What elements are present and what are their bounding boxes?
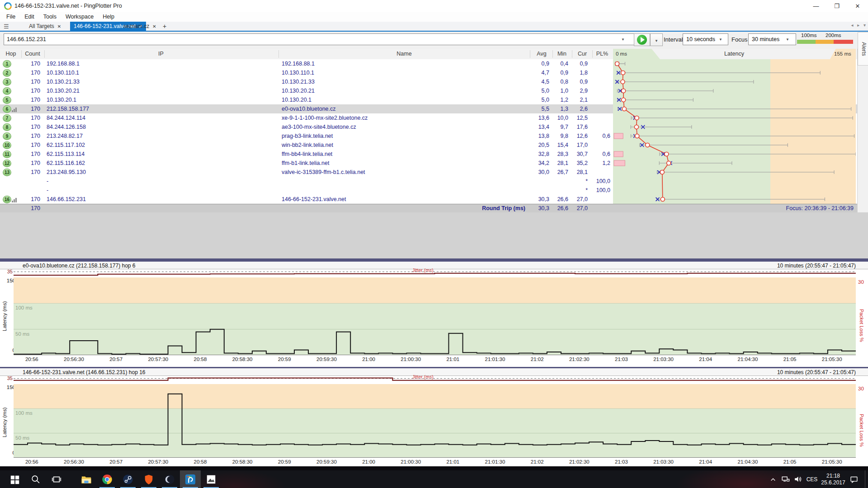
table-row[interactable]: 417010.130.20.2110.130.20.215,01,02,9 — [0, 86, 857, 95]
action-center-icon[interactable] — [847, 470, 861, 488]
col-avg[interactable]: Avg — [537, 51, 546, 57]
start-trace-button[interactable] — [634, 33, 650, 46]
show-desktop-button[interactable] — [865, 470, 868, 488]
cell-min: 26,6 — [550, 196, 568, 202]
minimize-button[interactable]: — — [806, 0, 826, 12]
table-row[interactable]: 6170212.158.158.177e0-ova10.bluetone.cz5… — [0, 104, 857, 113]
menu-tools[interactable]: Tools — [39, 12, 61, 21]
table-row[interactable]: 13170213.248.95.130valve-ic-315389-ffm-b… — [0, 168, 857, 177]
table-row[interactable]: 9170213.248.82.17prag-b3-link.telia.net1… — [0, 131, 857, 141]
alerts-side-tab[interactable]: Alerts — [858, 32, 868, 66]
menu-workspace[interactable]: Workspace — [61, 12, 98, 21]
network-icon[interactable] — [779, 470, 791, 488]
latency-scale-min: 0 ms — [616, 51, 627, 56]
tray-chevron-icon[interactable] — [768, 470, 778, 488]
menu-help[interactable]: Help — [98, 12, 119, 21]
cell-ip: 84.244.124.114 — [47, 115, 85, 121]
menu-file[interactable]: File — [2, 12, 20, 21]
graph2-x-axis: 20:5620:56:3020:5720:57:3020:5820:58:302… — [0, 458, 868, 466]
x-tick: 20:56 — [16, 357, 47, 362]
pingplotter-window: 146-66-152-231.valve.net - PingPlotter P… — [0, 0, 868, 488]
table-row[interactable]: 217010.130.110.110.130.110.14,70,91,8 — [0, 68, 857, 77]
clock[interactable]: 21:1825.6.2017 — [821, 470, 846, 488]
taskbar-photos-icon[interactable] — [201, 470, 222, 488]
table-row[interactable]: 517010.130.20.110.130.20.15,01,22,1 — [0, 95, 857, 104]
target-dropdown-arrow[interactable]: ▼ — [621, 38, 625, 42]
cell-ip: 10.130.21.33 — [47, 79, 80, 85]
section-divider[interactable] — [0, 258, 868, 262]
language-indicator[interactable]: CES — [805, 470, 819, 488]
maximize-button[interactable]: ❐ — [826, 0, 847, 12]
table-row[interactable]: -*100,0 — [0, 186, 857, 195]
graph1-plot[interactable]: 100 ms50 ms — [0, 277, 868, 355]
hop-number-badge: 8 — [3, 123, 11, 131]
menu-edit[interactable]: Edit — [20, 12, 39, 21]
table-row[interactable]: 1170192.168.88.1192.168.88.10,90,40,9 — [0, 59, 857, 68]
table-row[interactable]: 817084.244.126.158ae3-100-mx-site4.bluet… — [0, 122, 857, 131]
col-pl[interactable]: PL% — [596, 51, 608, 57]
legend-100ms-label: 100ms — [801, 33, 817, 38]
taskbar-search-icon[interactable] — [25, 470, 46, 488]
table-row[interactable]: 717084.244.124.114xe-9-1-1-100-mx-site2.… — [0, 113, 857, 122]
col-ip[interactable]: IP — [158, 51, 164, 57]
tab-all-targets[interactable]: All Targets✕ — [25, 22, 65, 31]
taskbar-afterburner-icon[interactable] — [159, 470, 180, 488]
taskbar-start-icon[interactable] — [5, 470, 25, 488]
cell-cur: 0,9 — [570, 79, 588, 85]
cell-count: 170 — [18, 106, 40, 112]
x-tick: 20:59:30 — [311, 357, 342, 362]
interval-dropdown-arrow[interactable]: ▼ — [719, 38, 722, 42]
col-count[interactable]: Count — [25, 51, 40, 57]
cell-name: xe-9-1-1-100-mx-site2.bluetone.cz — [282, 115, 368, 121]
tab-seznam-cz[interactable]: seznam.cz✕ — [120, 22, 160, 31]
target-input[interactable] — [4, 33, 638, 45]
cell-name: ffm-b1-link.telia.net — [282, 160, 329, 166]
summary-count: 170 — [18, 205, 40, 211]
col-name[interactable]: Name — [396, 51, 411, 57]
table-row[interactable]: -*100,0 — [0, 177, 857, 186]
hamburger-icon[interactable]: ☰ — [4, 23, 9, 30]
col-min[interactable]: Min — [557, 51, 566, 57]
desktop[interactable] — [0, 466, 868, 470]
tab-scroll-arrows[interactable]: ◂ ▸ ▾ — [851, 23, 867, 28]
cell-min: 0,9 — [550, 70, 568, 76]
taskbar-file-explorer-icon[interactable] — [76, 470, 97, 488]
cell-avg: 0,9 — [520, 61, 549, 67]
taskbar-steam-icon[interactable] — [118, 470, 138, 488]
taskbar-pingplotter-icon[interactable] — [180, 470, 201, 488]
focus-dropdown-arrow[interactable]: ▼ — [786, 38, 789, 42]
x-tick: 21:05 — [774, 459, 806, 465]
cell-min: 1,0 — [550, 88, 568, 94]
cell-name: ae3-100-mx-site4.bluetone.cz — [282, 124, 356, 130]
cell-count: 170 — [18, 88, 40, 94]
cell-count: 170 — [18, 160, 40, 166]
x-tick: 21:03 — [605, 459, 637, 465]
table-row[interactable]: 1017062.115.117.102win-bb2-link.telia.ne… — [0, 141, 857, 150]
graph2-plot[interactable]: 100 ms50 ms — [0, 384, 868, 458]
hop-number-badge: 4 — [3, 87, 11, 95]
table-row[interactable]: 317010.130.21.3310.130.21.334,50,80,9 — [0, 77, 857, 86]
col-hop[interactable]: Hop — [6, 51, 16, 57]
x-tick: 21:04:30 — [732, 357, 764, 362]
trace-options-dropdown[interactable]: ▼ — [650, 33, 663, 46]
cell-avg: 13,8 — [520, 133, 549, 139]
taskbar-task-view-icon[interactable] — [46, 470, 67, 488]
tab-close-icon[interactable]: ✕ — [152, 24, 156, 29]
new-tab-button[interactable]: + — [159, 22, 170, 31]
taskbar-chrome-icon[interactable] — [97, 470, 118, 488]
cell-count: 170 — [18, 70, 40, 76]
cell-cur: 28,1 — [570, 169, 588, 175]
col-cur[interactable]: Cur — [578, 51, 587, 57]
x-tick: 20:56 — [16, 459, 47, 465]
table-row[interactable]: 1217062.115.116.162ffm-b1-link.telia.net… — [0, 159, 857, 168]
taskbar-security-shield-icon[interactable] — [138, 470, 159, 488]
clock-date: 25.6.2017 — [821, 479, 845, 486]
table-row[interactable]: 1117062.115.113.114ffm-bb4-link.telia.ne… — [0, 150, 857, 159]
tab-close-icon[interactable]: ✕ — [57, 24, 61, 29]
round-trip-row[interactable]: 170 Round Trip (ms) 30,3 26,6 27,0 Focus… — [0, 204, 857, 213]
close-button[interactable]: ✕ — [847, 0, 868, 12]
volume-icon[interactable] — [792, 470, 804, 488]
x-tick: 21:00 — [353, 459, 385, 465]
table-row[interactable]: 16170146.66.152.231146-66-152-231.valve.… — [0, 195, 857, 204]
graph2-jitter-plot — [0, 375, 868, 384]
